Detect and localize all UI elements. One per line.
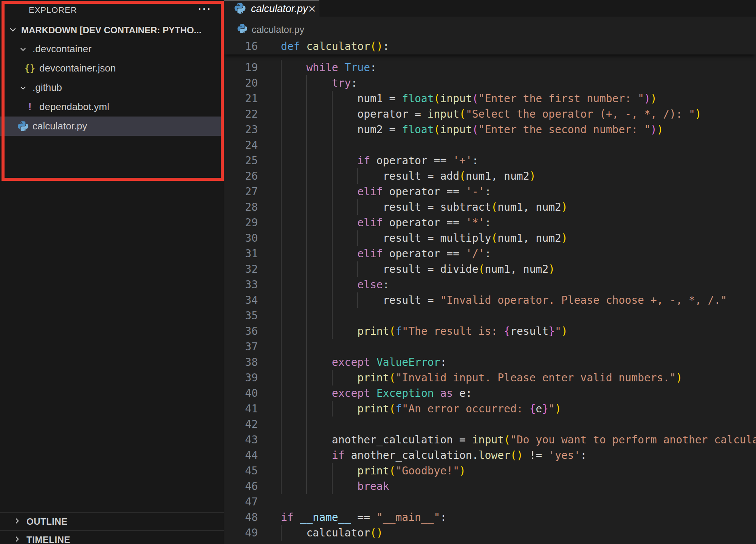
code-text[interactable] bbox=[281, 494, 756, 510]
code-text[interactable]: except ValueError: bbox=[281, 354, 756, 370]
code-text[interactable]: print(f"The result is: {result}") bbox=[281, 323, 756, 339]
code-line-32[interactable]: 32 result = divide(num1, num2) bbox=[224, 261, 756, 277]
timeline-section-label: TIMELINE bbox=[26, 535, 70, 544]
outline-section-label: OUTLINE bbox=[26, 516, 68, 527]
code-line-35[interactable]: 35 bbox=[224, 308, 756, 323]
code-text[interactable]: print(f"An error occurred: {e}") bbox=[281, 401, 756, 417]
tree-item--github[interactable]: .github bbox=[0, 78, 224, 97]
code-text[interactable]: result = divide(num1, num2) bbox=[281, 261, 756, 277]
workspace-section-header[interactable]: MARKDOWN [DEV CONTAINER: PYTHO... bbox=[0, 23, 224, 38]
code-text[interactable] bbox=[281, 339, 756, 354]
code-line-43[interactable]: 43 another_calculation = input("Do you w… bbox=[224, 432, 756, 448]
code-text[interactable] bbox=[281, 137, 756, 153]
code-text[interactable]: elif operator == '-': bbox=[281, 184, 756, 199]
indent-guide bbox=[332, 323, 333, 339]
code-line-50[interactable]: 50 bbox=[224, 541, 756, 544]
code-text[interactable]: result = multiply(num1, num2) bbox=[281, 230, 756, 246]
code-text[interactable]: print("Goodbye!") bbox=[281, 463, 756, 479]
code-text[interactable]: another_calculation = input("Do you want… bbox=[281, 432, 756, 448]
line-number: 41 bbox=[224, 401, 258, 417]
indent-guide bbox=[306, 401, 307, 417]
code-text[interactable] bbox=[281, 417, 756, 432]
code-text[interactable]: calculator() bbox=[281, 525, 756, 541]
code-text[interactable]: def calculator(): bbox=[281, 39, 756, 54]
line-number: 23 bbox=[224, 122, 258, 137]
code-line-45[interactable]: 45 print("Goodbye!") bbox=[224, 463, 756, 479]
tree-item-label: .devcontainer bbox=[33, 43, 91, 55]
code-text[interactable]: operator = input("Select the operator (+… bbox=[281, 106, 756, 122]
code-line-41[interactable]: 41 print(f"An error occurred: {e}") bbox=[224, 401, 756, 417]
indent-guide bbox=[281, 323, 282, 339]
indent-guide bbox=[306, 308, 307, 323]
code-line-22[interactable]: 22 operator = input("Select the operator… bbox=[224, 106, 756, 122]
code-text[interactable]: if operator == '+': bbox=[281, 153, 756, 168]
indent-guide bbox=[281, 479, 282, 494]
code-text[interactable]: else: bbox=[281, 277, 756, 292]
close-icon[interactable]: ✕ bbox=[308, 4, 316, 14]
code-text[interactable]: try: bbox=[281, 75, 756, 91]
code-line-36[interactable]: 36 print(f"The result is: {result}") bbox=[224, 323, 756, 339]
code-line-48[interactable]: 48if __name__ == "__main__": bbox=[224, 510, 756, 525]
code-text[interactable]: if __name__ == "__main__": bbox=[281, 510, 756, 525]
code-line-29[interactable]: 29 elif operator == '*': bbox=[224, 215, 756, 230]
tree-item-devcontainer-json[interactable]: {}devcontainer.json bbox=[0, 59, 224, 78]
sticky-scroll-line[interactable]: 16def calculator(): bbox=[224, 39, 756, 54]
line-number: 28 bbox=[224, 199, 258, 215]
code-text[interactable]: result = "Invalid operator. Please choos… bbox=[281, 292, 756, 308]
code-line-42[interactable]: 42 bbox=[224, 417, 756, 432]
code-text[interactable]: result = subtract(num1, num2) bbox=[281, 199, 756, 215]
code-line-37[interactable]: 37 bbox=[224, 339, 756, 354]
code-line-24[interactable]: 24 bbox=[224, 137, 756, 153]
code-line-34[interactable]: 34 result = "Invalid operator. Please ch… bbox=[224, 292, 756, 308]
code-text[interactable]: if another_calculation.lower() != 'yes': bbox=[281, 448, 756, 463]
code-line-19[interactable]: 19 while True: bbox=[224, 60, 756, 75]
code-line-40[interactable]: 40 except Exception as e: bbox=[224, 385, 756, 401]
outline-section-header[interactable]: OUTLINE bbox=[0, 512, 224, 530]
line-number: 48 bbox=[224, 510, 258, 525]
code-line-27[interactable]: 27 elif operator == '-': bbox=[224, 184, 756, 199]
indent-guide bbox=[281, 60, 282, 75]
code-text[interactable]: num1 = float(input("Enter the first numb… bbox=[281, 91, 756, 106]
code-text[interactable]: elif operator == '/': bbox=[281, 246, 756, 261]
tab-calculator-py[interactable]: calculator.py ✕ bbox=[224, 0, 319, 17]
code-line-26[interactable]: 26 result = add(num1, num2) bbox=[224, 168, 756, 184]
indent-guide bbox=[306, 277, 307, 292]
code-line-16[interactable]: 16def calculator(): bbox=[224, 39, 756, 54]
code-text[interactable]: except Exception as e: bbox=[281, 385, 756, 401]
line-number: 47 bbox=[224, 494, 258, 510]
code-text[interactable]: elif operator == '*': bbox=[281, 215, 756, 230]
code-text[interactable] bbox=[281, 541, 756, 544]
tree-item-calculator-py[interactable]: calculator.py bbox=[0, 117, 224, 136]
code-line-31[interactable]: 31 elif operator == '/': bbox=[224, 246, 756, 261]
indent-guide bbox=[306, 153, 307, 168]
tree-item--devcontainer[interactable]: .devcontainer bbox=[0, 39, 224, 59]
line-number: 46 bbox=[224, 479, 258, 494]
code-line-23[interactable]: 23 num2 = float(input("Enter the second … bbox=[224, 122, 756, 137]
code-line-39[interactable]: 39 print("Invalid input. Please enter va… bbox=[224, 370, 756, 385]
code-text[interactable]: break bbox=[281, 479, 756, 494]
code-line-38[interactable]: 38 except ValueError: bbox=[224, 354, 756, 370]
code-line-47[interactable]: 47 bbox=[224, 494, 756, 510]
code-line-33[interactable]: 33 else: bbox=[224, 277, 756, 292]
tree-item-dependabot-yml[interactable]: !dependabot.yml bbox=[0, 97, 224, 117]
indent-guide bbox=[306, 230, 307, 246]
code-line-21[interactable]: 21 num1 = float(input("Enter the first n… bbox=[224, 91, 756, 106]
code-line-20[interactable]: 20 try: bbox=[224, 75, 756, 91]
code-text[interactable]: num2 = float(input("Enter the second num… bbox=[281, 122, 756, 137]
breadcrumb-item[interactable]: calculator.py bbox=[252, 24, 304, 35]
code-text[interactable]: print("Invalid input. Please enter valid… bbox=[281, 370, 756, 385]
timeline-section-header[interactable]: TIMELINE bbox=[0, 530, 224, 544]
code-line-28[interactable]: 28 result = subtract(num1, num2) bbox=[224, 199, 756, 215]
code-line-44[interactable]: 44 if another_calculation.lower() != 'ye… bbox=[224, 448, 756, 463]
code-line-49[interactable]: 49 calculator() bbox=[224, 525, 756, 541]
code-text[interactable]: while True: bbox=[281, 60, 756, 75]
code-text[interactable] bbox=[281, 308, 756, 323]
code-line-46[interactable]: 46 break bbox=[224, 479, 756, 494]
code-line-25[interactable]: 25 if operator == '+': bbox=[224, 153, 756, 168]
line-number: 16 bbox=[224, 39, 258, 54]
sidebar-editor-divider[interactable] bbox=[224, 0, 224, 544]
more-actions-icon[interactable]: ⋯ bbox=[197, 1, 211, 17]
code-line-30[interactable]: 30 result = multiply(num1, num2) bbox=[224, 230, 756, 246]
code-text[interactable]: result = add(num1, num2) bbox=[281, 168, 756, 184]
indent-guide bbox=[281, 385, 282, 401]
